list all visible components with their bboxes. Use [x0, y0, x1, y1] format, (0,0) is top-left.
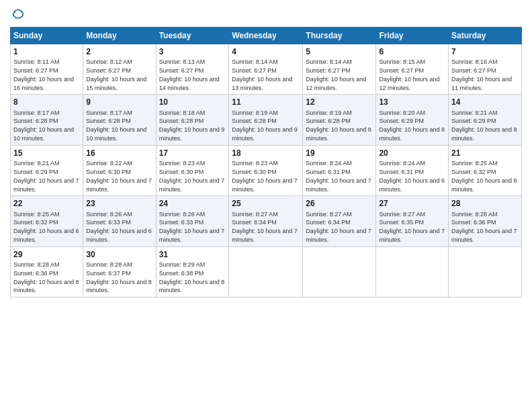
calendar-cell: 4Sunrise: 8:14 AMSunset: 6:27 PMDaylight…: [229, 44, 303, 95]
day-info: Sunrise: 8:18 AMSunset: 6:28 PMDaylight:…: [159, 109, 225, 142]
calendar-day-header: Monday: [83, 28, 156, 44]
calendar-day-header: Friday: [376, 28, 449, 44]
calendar-cell: 1Sunrise: 8:11 AMSunset: 6:27 PMDaylight…: [11, 44, 83, 95]
calendar-cell: [449, 246, 522, 297]
calendar-cell: 7Sunrise: 8:16 AMSunset: 6:27 PMDaylight…: [449, 44, 522, 95]
day-number: 11: [232, 97, 300, 107]
day-info: Sunrise: 8:23 AMSunset: 6:30 PMDaylight:…: [159, 160, 225, 192]
day-number: 22: [13, 198, 80, 209]
day-number: 21: [451, 148, 519, 158]
day-number: 10: [159, 97, 226, 107]
calendar-cell: 30Sunrise: 8:28 AMSunset: 6:37 PMDayligh…: [83, 246, 156, 297]
calendar-cell: 10Sunrise: 8:18 AMSunset: 6:28 PMDayligh…: [156, 95, 229, 145]
day-number: 30: [86, 249, 152, 260]
day-number: 24: [159, 198, 226, 209]
day-number: 31: [159, 249, 226, 260]
calendar-cell: 12Sunrise: 8:19 AMSunset: 6:28 PMDayligh…: [303, 95, 376, 145]
calendar-cell: 6Sunrise: 8:15 AMSunset: 6:27 PMDaylight…: [376, 44, 449, 95]
day-info: Sunrise: 8:22 AMSunset: 6:30 PMDaylight:…: [86, 160, 152, 192]
day-number: 28: [451, 198, 519, 209]
calendar-cell: [303, 246, 376, 297]
calendar-cell: 28Sunrise: 8:28 AMSunset: 6:36 PMDayligh…: [449, 196, 522, 246]
day-info: Sunrise: 8:24 AMSunset: 6:31 PMDaylight:…: [306, 160, 371, 192]
calendar-day-header: Tuesday: [156, 28, 229, 44]
day-number: 2: [86, 46, 152, 57]
day-info: Sunrise: 8:19 AMSunset: 6:28 PMDaylight:…: [232, 109, 298, 142]
day-number: 1: [13, 46, 80, 57]
day-info: Sunrise: 8:15 AMSunset: 6:27 PMDaylight:…: [379, 58, 439, 91]
day-info: Sunrise: 8:17 AMSunset: 6:28 PMDaylight:…: [13, 109, 74, 142]
calendar-header-row: SundayMondayTuesdayWednesdayThursdayFrid…: [11, 28, 522, 44]
day-number: 7: [451, 46, 519, 57]
day-info: Sunrise: 8:28 AMSunset: 6:36 PMDaylight:…: [451, 211, 517, 243]
calendar-day-header: Thursday: [303, 28, 376, 44]
day-number: 12: [306, 97, 373, 107]
day-info: Sunrise: 8:11 AMSunset: 6:27 PMDaylight:…: [13, 58, 74, 91]
calendar-cell: 9Sunrise: 8:17 AMSunset: 6:28 PMDaylight…: [83, 95, 156, 145]
day-number: 20: [379, 148, 445, 158]
calendar-cell: 5Sunrise: 8:14 AMSunset: 6:27 PMDaylight…: [303, 44, 376, 95]
day-number: 19: [306, 148, 373, 158]
calendar-cell: 27Sunrise: 8:27 AMSunset: 6:35 PMDayligh…: [376, 196, 449, 246]
calendar-day-header: Sunday: [11, 28, 83, 44]
logo-text: [10, 7, 25, 21]
day-info: Sunrise: 8:21 AMSunset: 6:29 PMDaylight:…: [13, 160, 79, 192]
day-number: 4: [232, 46, 300, 57]
calendar-cell: [229, 246, 303, 297]
calendar-cell: 20Sunrise: 8:24 AMSunset: 6:31 PMDayligh…: [376, 145, 449, 195]
calendar-week-row: 15Sunrise: 8:21 AMSunset: 6:29 PMDayligh…: [11, 145, 522, 195]
day-info: Sunrise: 8:17 AMSunset: 6:28 PMDaylight:…: [86, 109, 146, 142]
day-info: Sunrise: 8:25 AMSunset: 6:32 PMDaylight:…: [451, 160, 517, 192]
calendar-cell: 29Sunrise: 8:28 AMSunset: 6:36 PMDayligh…: [11, 246, 83, 297]
day-info: Sunrise: 8:20 AMSunset: 6:29 PMDaylight:…: [379, 109, 445, 142]
calendar-cell: 8Sunrise: 8:17 AMSunset: 6:28 PMDaylight…: [11, 95, 83, 145]
day-info: Sunrise: 8:27 AMSunset: 6:34 PMDaylight:…: [306, 211, 371, 243]
calendar-cell: 23Sunrise: 8:26 AMSunset: 6:33 PMDayligh…: [83, 196, 156, 246]
day-number: 29: [13, 249, 80, 260]
day-info: Sunrise: 8:19 AMSunset: 6:28 PMDaylight:…: [306, 109, 371, 142]
calendar-cell: [376, 246, 449, 297]
calendar-week-row: 1Sunrise: 8:11 AMSunset: 6:27 PMDaylight…: [11, 44, 522, 95]
calendar-week-row: 22Sunrise: 8:25 AMSunset: 6:32 PMDayligh…: [11, 196, 522, 246]
day-number: 16: [86, 148, 152, 158]
calendar-cell: 2Sunrise: 8:12 AMSunset: 6:27 PMDaylight…: [83, 44, 156, 95]
calendar-cell: 17Sunrise: 8:23 AMSunset: 6:30 PMDayligh…: [156, 145, 229, 195]
day-info: Sunrise: 8:16 AMSunset: 6:27 PMDaylight:…: [451, 58, 512, 91]
day-info: Sunrise: 8:25 AMSunset: 6:32 PMDaylight:…: [13, 211, 79, 243]
calendar-cell: 31Sunrise: 8:29 AMSunset: 6:38 PMDayligh…: [156, 246, 229, 297]
calendar-week-row: 8Sunrise: 8:17 AMSunset: 6:28 PMDaylight…: [11, 95, 522, 145]
calendar-cell: 25Sunrise: 8:27 AMSunset: 6:34 PMDayligh…: [229, 196, 303, 246]
calendar-cell: 11Sunrise: 8:19 AMSunset: 6:28 PMDayligh…: [229, 95, 303, 145]
day-number: 5: [306, 46, 373, 57]
day-info: Sunrise: 8:29 AMSunset: 6:38 PMDaylight:…: [159, 261, 225, 293]
day-info: Sunrise: 8:23 AMSunset: 6:30 PMDaylight:…: [232, 160, 298, 192]
calendar-cell: 26Sunrise: 8:27 AMSunset: 6:34 PMDayligh…: [303, 196, 376, 246]
calendar-cell: 24Sunrise: 8:26 AMSunset: 6:33 PMDayligh…: [156, 196, 229, 246]
day-number: 3: [159, 46, 226, 57]
day-info: Sunrise: 8:26 AMSunset: 6:33 PMDaylight:…: [86, 211, 152, 243]
calendar-day-header: Wednesday: [229, 28, 303, 44]
calendar-day-header: Saturday: [449, 28, 522, 44]
day-number: 18: [232, 148, 300, 158]
day-number: 9: [86, 97, 152, 107]
day-number: 6: [379, 46, 445, 57]
day-number: 25: [232, 198, 300, 209]
logo: [10, 7, 25, 21]
calendar-cell: 13Sunrise: 8:20 AMSunset: 6:29 PMDayligh…: [376, 95, 449, 145]
day-info: Sunrise: 8:26 AMSunset: 6:33 PMDaylight:…: [159, 211, 225, 243]
page: SundayMondayTuesdayWednesdayThursdayFrid…: [0, 0, 532, 411]
day-info: Sunrise: 8:27 AMSunset: 6:35 PMDaylight:…: [379, 211, 445, 243]
day-number: 27: [379, 198, 445, 209]
day-number: 23: [86, 198, 152, 209]
calendar-cell: 14Sunrise: 8:21 AMSunset: 6:29 PMDayligh…: [449, 95, 522, 145]
day-info: Sunrise: 8:28 AMSunset: 6:37 PMDaylight:…: [86, 261, 152, 293]
day-info: Sunrise: 8:24 AMSunset: 6:31 PMDaylight:…: [379, 160, 445, 192]
calendar-cell: 22Sunrise: 8:25 AMSunset: 6:32 PMDayligh…: [11, 196, 83, 246]
day-number: 26: [306, 198, 373, 209]
day-number: 17: [159, 148, 226, 158]
day-info: Sunrise: 8:12 AMSunset: 6:27 PMDaylight:…: [86, 58, 146, 91]
logo-icon: [11, 8, 25, 21]
calendar: SundayMondayTuesdayWednesdayThursdayFrid…: [10, 27, 522, 298]
day-info: Sunrise: 8:28 AMSunset: 6:36 PMDaylight:…: [13, 261, 79, 293]
calendar-cell: 21Sunrise: 8:25 AMSunset: 6:32 PMDayligh…: [449, 145, 522, 195]
